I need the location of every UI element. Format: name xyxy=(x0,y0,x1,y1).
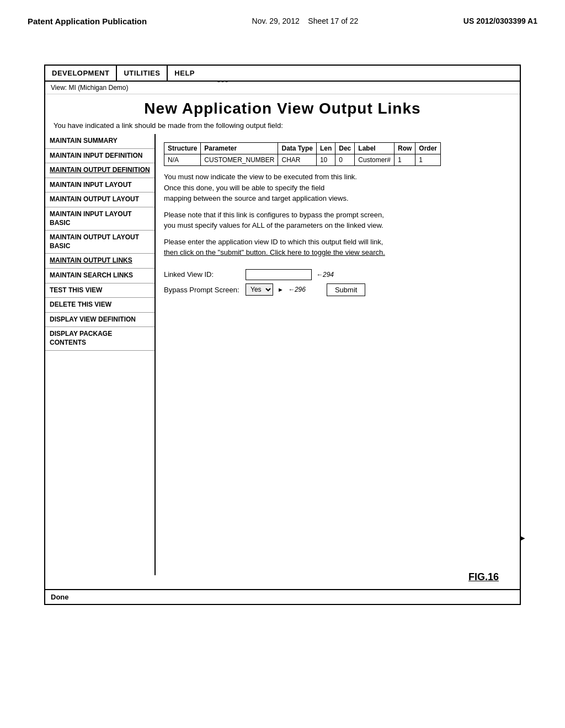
cell-dec: 0 xyxy=(335,154,355,166)
sidebar-item-display-package[interactable]: DISPLAY PACKAGE CONTENTS xyxy=(45,327,154,350)
menu-item-help[interactable]: HELP xyxy=(168,66,201,81)
sidebar-item-maintain-search-links[interactable]: MAINTAIN SEARCH LINKS xyxy=(45,269,154,283)
sidebar-item-test-this-view[interactable]: TEST THIS VIEW xyxy=(45,283,154,298)
linked-view-input[interactable] xyxy=(246,269,312,280)
submit-button[interactable]: Submit xyxy=(327,283,365,296)
desc-line-4: Please note that if this link is configu… xyxy=(164,210,511,221)
page-title: New Application View Output Links xyxy=(45,94,520,120)
desc-line-6: Please enter the application view ID to … xyxy=(164,237,511,248)
desc-line-5: you must specify values for ALL of the p… xyxy=(164,220,511,231)
header-sheet: Sheet 17 of 22 xyxy=(308,17,358,25)
main-panel: Structure Parameter Data Type Len Dec La… xyxy=(156,134,520,575)
ui-box: DEVELOPMENT UTILITIES HELP View: MI (Mic… xyxy=(44,65,521,605)
linked-view-row: Linked View ID: ←294 xyxy=(164,269,511,280)
linked-view-label: Linked View ID: xyxy=(164,270,241,279)
bypass-select[interactable]: Yes No xyxy=(246,283,273,296)
cell-order: 1 xyxy=(415,154,441,166)
menu-item-utilities[interactable]: UTILITIES xyxy=(117,66,168,81)
description-block-2: Please note that if this link is configu… xyxy=(164,210,511,231)
sidebar-item-maintain-input-layout-basic[interactable]: MAINTAIN INPUT LAYOUT BASIC xyxy=(45,207,154,231)
arrow-296: ←296 xyxy=(288,286,306,293)
menu-item-development[interactable]: DEVELOPMENT xyxy=(45,66,117,81)
col-dec: Dec xyxy=(335,143,355,154)
description-block: You must now indicate the view to be exe… xyxy=(164,172,511,204)
desc-line-7: then click on the "submit" button. Click… xyxy=(164,247,511,258)
content-area: MAINTAIN SUMMARY MAINTAIN INPUT DEFINITI… xyxy=(45,134,520,575)
header-center: Nov. 29, 2012 Sheet 17 of 22 xyxy=(252,17,359,25)
cell-structure: N/A xyxy=(164,154,201,166)
header-publication: Patent Application Publication xyxy=(28,17,147,26)
view-label: View: MI (Michigan Demo) xyxy=(45,82,520,94)
bypass-row: Bypass Prompt Screen: Yes No ► ←296 Subm… xyxy=(164,283,511,296)
desc-line-1: You must now indicate the view to be exe… xyxy=(164,172,511,183)
description-block-3: Please enter the application view ID to … xyxy=(164,237,511,258)
col-datatype: Data Type xyxy=(278,143,316,154)
main-content: ←300 FIG.16 DEVELOPMENT UTILITIES HELP V… xyxy=(33,65,532,605)
cell-len: 10 xyxy=(316,154,335,166)
header-patent: US 2012/0303399 A1 xyxy=(463,17,537,25)
done-label: Done xyxy=(51,593,69,601)
sidebar-item-maintain-output-layout[interactable]: MAINTAIN OUTPUT LAYOUT xyxy=(45,192,154,207)
form-area: Linked View ID: ←294 Bypass Prompt Scree… xyxy=(164,269,511,296)
sidebar-item-delete-this-view[interactable]: DELETE THIS VIEW xyxy=(45,298,154,313)
sidebar-item-maintain-output-layout-basic[interactable]: MAINTAIN OUTPUT LAYOUT BASIC xyxy=(45,231,154,254)
sidebar-item-maintain-output-def[interactable]: MAINTAIN OUTPUT DEFINITION xyxy=(45,163,154,178)
sidebar-item-maintain-summary[interactable]: MAINTAIN SUMMARY xyxy=(45,134,154,149)
cell-row: 1 xyxy=(394,154,415,166)
col-len: Len xyxy=(316,143,335,154)
table-row: N/A CUSTOMER_NUMBER CHAR 10 0 Customer# … xyxy=(164,154,441,166)
cell-datatype: CHAR xyxy=(278,154,316,166)
col-structure: Structure xyxy=(164,143,201,154)
cell-label: Customer# xyxy=(355,154,395,166)
sidebar: MAINTAIN SUMMARY MAINTAIN INPUT DEFINITI… xyxy=(45,134,156,575)
page-container: Patent Application Publication Nov. 29, … xyxy=(0,0,565,728)
col-parameter: Parameter xyxy=(201,143,278,154)
bypass-arrow-icon: ► xyxy=(278,286,284,293)
arrow-294: ←294 xyxy=(316,271,334,279)
menu-bar: DEVELOPMENT UTILITIES HELP xyxy=(45,66,520,82)
done-bar: Done xyxy=(45,589,520,604)
cell-parameter: CUSTOMER_NUMBER xyxy=(201,154,278,166)
col-order: Order xyxy=(415,143,441,154)
sidebar-item-maintain-input-layout[interactable]: MAINTAIN INPUT LAYOUT xyxy=(45,178,154,193)
subtitle: You have indicated a link should be made… xyxy=(45,120,520,134)
col-label: Label xyxy=(355,143,395,154)
desc-line-2: Once this done, you will be able to spec… xyxy=(164,183,511,194)
page-header: Patent Application Publication Nov. 29, … xyxy=(11,11,554,31)
col-row: Row xyxy=(394,143,415,154)
sidebar-item-maintain-input-def[interactable]: MAINTAIN INPUT DEFINITION xyxy=(45,149,154,164)
bypass-label: Bypass Prompt Screen: xyxy=(164,286,241,294)
sidebar-item-maintain-output-links[interactable]: MAINTAIN OUTPUT LINKS xyxy=(45,254,154,269)
desc-line-3: mapping between the source and target ap… xyxy=(164,193,511,204)
right-arrow-indicator: ► xyxy=(519,534,526,542)
header-date: Nov. 29, 2012 xyxy=(252,17,300,25)
sidebar-item-display-view-def[interactable]: DISPLAY VIEW DEFINITION xyxy=(45,313,154,328)
data-table: Structure Parameter Data Type Len Dec La… xyxy=(164,142,441,166)
